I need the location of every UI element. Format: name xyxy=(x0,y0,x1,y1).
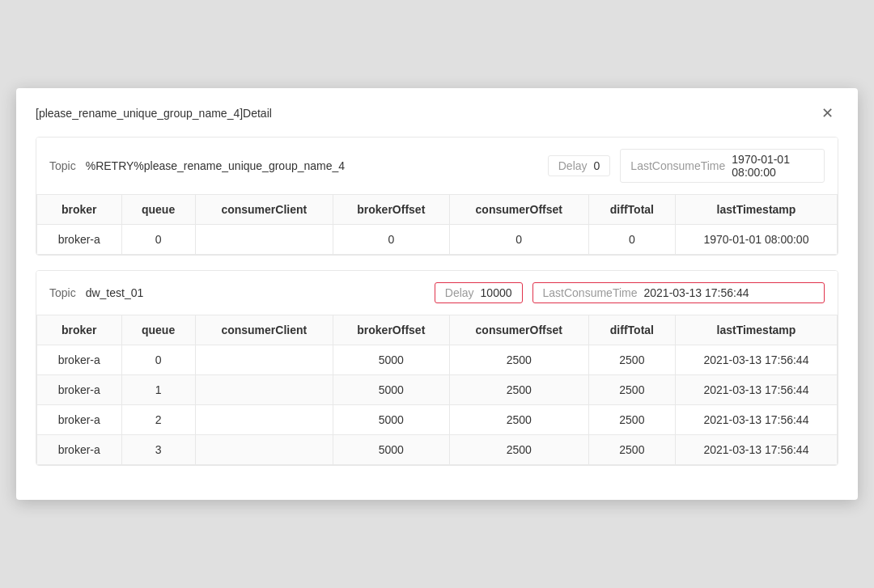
table-cell: 0 xyxy=(121,225,195,255)
table-header-cell: lastTimestamp xyxy=(675,195,837,225)
section-1-table: brokerqueueconsumerClientbrokerOffsetcon… xyxy=(36,194,838,255)
table-cell: 1 xyxy=(121,375,195,405)
table-cell: 2500 xyxy=(449,345,588,375)
section-2-last-consume-value: 2021-03-13 17:56:44 xyxy=(644,286,749,299)
table-cell: 2021-03-13 17:56:44 xyxy=(675,345,837,375)
table-cell xyxy=(195,375,333,405)
table-header-cell: diffTotal xyxy=(588,315,675,345)
table-cell: 2021-03-13 17:56:44 xyxy=(675,375,837,405)
modal-header: [please_rename_unique_group_name_4]Detai… xyxy=(36,104,838,122)
table-header-cell: lastTimestamp xyxy=(675,315,837,345)
table-cell: 2500 xyxy=(449,405,588,435)
table-cell: 0 xyxy=(449,225,588,255)
table-cell: broker-a xyxy=(37,375,122,405)
table-cell: 2500 xyxy=(588,375,675,405)
table-cell: 5000 xyxy=(333,435,449,465)
section-1-last-consume-label: LastConsumeTime xyxy=(630,159,725,172)
table-cell: 0 xyxy=(333,225,449,255)
section-1-topic-value: %RETRY%please_rename_unique_group_name_4 xyxy=(86,159,345,172)
table-cell: 5000 xyxy=(333,405,449,435)
section-1-topic-label: Topic xyxy=(49,159,76,172)
section-1-last-consume-box: LastConsumeTime 1970-01-01 08:00:00 xyxy=(620,149,825,183)
table-cell xyxy=(195,225,333,255)
table-cell: 2500 xyxy=(588,405,675,435)
table-cell: 5000 xyxy=(333,345,449,375)
table-cell xyxy=(195,345,333,375)
section-2-table-head: brokerqueueconsumerClientbrokerOffsetcon… xyxy=(37,315,838,345)
section-2-delay-label: Delay xyxy=(445,286,474,299)
section-1: Topic %RETRY%please_rename_unique_group_… xyxy=(36,137,838,256)
table-row: broker-a35000250025002021-03-13 17:56:44 xyxy=(37,435,838,465)
close-button[interactable]: ✕ xyxy=(817,104,838,122)
section-1-last-consume-value: 1970-01-01 08:00:00 xyxy=(732,153,814,179)
table-cell: 0 xyxy=(588,225,675,255)
table-cell: 2 xyxy=(121,405,195,435)
section-2-topic-label: Topic xyxy=(49,286,76,299)
table-cell: broker-a xyxy=(37,435,122,465)
table-cell: 3 xyxy=(121,435,195,465)
section-1-delay-box: Delay 0 xyxy=(548,155,611,176)
section-2-delay-box: Delay 10000 xyxy=(435,282,523,303)
section-1-table-body: broker-a00001970-01-01 08:00:00 xyxy=(37,225,838,255)
section-2-table-body: broker-a05000250025002021-03-13 17:56:44… xyxy=(37,345,838,465)
table-cell: 2500 xyxy=(588,435,675,465)
table-header-cell: broker xyxy=(37,315,122,345)
section-2-last-consume-box: LastConsumeTime 2021-03-13 17:56:44 xyxy=(532,282,825,303)
table-cell: 2500 xyxy=(449,435,588,465)
section-1-delay-value: 0 xyxy=(594,159,600,172)
table-header-cell: broker xyxy=(37,195,122,225)
table-cell: 0 xyxy=(121,345,195,375)
table-row: broker-a25000250025002021-03-13 17:56:44 xyxy=(37,405,838,435)
table-row: broker-a15000250025002021-03-13 17:56:44 xyxy=(37,375,838,405)
table-cell xyxy=(195,405,333,435)
table-header-cell: diffTotal xyxy=(588,195,675,225)
section-2-table-header-row: brokerqueueconsumerClientbrokerOffsetcon… xyxy=(37,315,838,345)
table-cell: broker-a xyxy=(37,225,122,255)
table-cell: 2021-03-13 17:56:44 xyxy=(675,435,837,465)
section-1-delay-label: Delay xyxy=(558,159,588,172)
section-2-topic-bar: Topic dw_test_01 Delay 10000 LastConsume… xyxy=(36,271,838,315)
section-1-table-header-row: brokerqueueconsumerClientbrokerOffsetcon… xyxy=(37,195,838,225)
table-header-cell: consumerClient xyxy=(195,315,333,345)
table-header-cell: brokerOffset xyxy=(333,315,449,345)
table-header-cell: queue xyxy=(121,195,195,225)
table-header-cell: consumerOffset xyxy=(449,195,588,225)
table-cell: broker-a xyxy=(37,345,122,375)
table-cell: 5000 xyxy=(333,375,449,405)
table-cell: 1970-01-01 08:00:00 xyxy=(675,225,837,255)
section-1-table-head: brokerqueueconsumerClientbrokerOffsetcon… xyxy=(37,195,838,225)
section-2: Topic dw_test_01 Delay 10000 LastConsume… xyxy=(36,270,838,466)
table-header-cell: queue xyxy=(121,315,195,345)
section-1-topic-bar: Topic %RETRY%please_rename_unique_group_… xyxy=(36,137,838,194)
table-row: broker-a05000250025002021-03-13 17:56:44 xyxy=(37,345,838,375)
table-cell: 2500 xyxy=(449,375,588,405)
section-2-topic-value: dw_test_01 xyxy=(86,286,144,299)
section-2-table: brokerqueueconsumerClientbrokerOffsetcon… xyxy=(36,315,838,465)
table-header-cell: consumerClient xyxy=(195,195,333,225)
table-header-cell: consumerOffset xyxy=(449,315,588,345)
modal: [please_rename_unique_group_name_4]Detai… xyxy=(16,88,858,500)
table-cell: broker-a xyxy=(37,405,122,435)
table-cell xyxy=(195,435,333,465)
section-2-delay-value: 10000 xyxy=(481,286,512,299)
modal-title: [please_rename_unique_group_name_4]Detai… xyxy=(36,107,272,120)
table-header-cell: brokerOffset xyxy=(333,195,449,225)
section-2-last-consume-label: LastConsumeTime xyxy=(543,286,638,299)
table-row: broker-a00001970-01-01 08:00:00 xyxy=(37,225,838,255)
table-cell: 2500 xyxy=(588,345,675,375)
table-cell: 2021-03-13 17:56:44 xyxy=(675,405,837,435)
